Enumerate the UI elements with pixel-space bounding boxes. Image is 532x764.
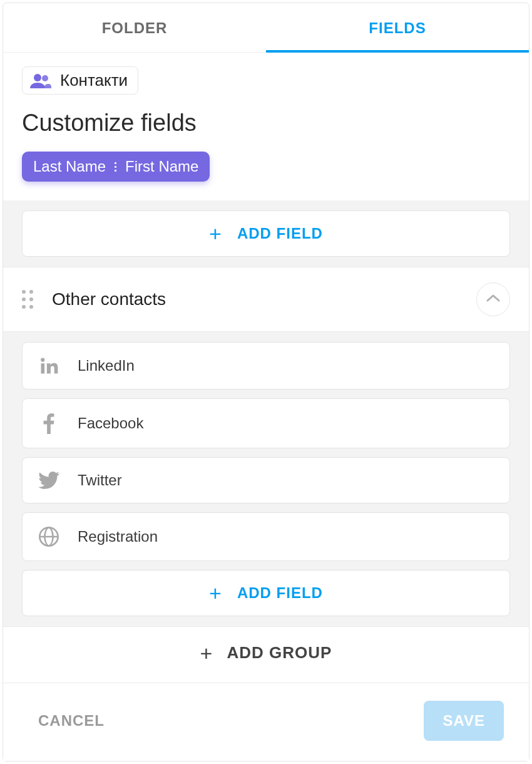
- contacts-chip[interactable]: Контакти: [22, 66, 138, 95]
- add-group-button[interactable]: + ADD GROUP: [3, 626, 529, 679]
- top-fields-section: + ADD FIELD: [3, 200, 529, 267]
- globe-icon: [38, 527, 60, 547]
- drag-handle-icon[interactable]: [22, 290, 36, 309]
- tab-folder[interactable]: FOLDER: [3, 3, 266, 52]
- cancel-button[interactable]: CANCEL: [38, 712, 105, 730]
- facebook-icon: [38, 413, 60, 434]
- field-label: Twitter: [78, 472, 122, 489]
- field-label: Facebook: [78, 415, 143, 432]
- page-title: Customize fields: [22, 110, 510, 137]
- footer: CANCEL SAVE: [3, 683, 529, 761]
- name-order-pill[interactable]: Last Name First Name: [22, 152, 210, 182]
- add-field-label: ADD FIELD: [237, 225, 323, 242]
- group-other-contacts-header: Other contacts: [3, 267, 529, 332]
- group-title: Other contacts: [52, 289, 460, 309]
- field-row-linkedin[interactable]: LinkedIn: [22, 342, 510, 390]
- field-row-twitter[interactable]: Twitter: [22, 457, 510, 503]
- add-field-label: ADD FIELD: [237, 584, 323, 602]
- drag-separator-icon: [113, 162, 118, 172]
- save-button[interactable]: SAVE: [424, 701, 504, 741]
- add-group-label: ADD GROUP: [227, 643, 332, 663]
- pill-left: Last Name: [33, 158, 106, 175]
- add-field-button-top[interactable]: + ADD FIELD: [22, 210, 510, 257]
- chevron-up-icon: [486, 294, 500, 305]
- add-field-button-group[interactable]: + ADD FIELD: [22, 570, 510, 616]
- people-icon: [30, 73, 51, 88]
- svg-point-3: [41, 358, 44, 362]
- contacts-chip-label: Контакти: [60, 71, 128, 90]
- field-row-facebook[interactable]: Facebook: [22, 398, 510, 448]
- field-label: LinkedIn: [78, 357, 135, 374]
- svg-rect-2: [41, 363, 45, 373]
- collapse-group-button[interactable]: [476, 282, 510, 316]
- field-label: Registration: [78, 528, 158, 545]
- header: Контакти Customize fields Last Name Firs…: [3, 53, 529, 200]
- svg-point-1: [42, 75, 48, 81]
- svg-point-0: [34, 74, 41, 81]
- field-row-registration[interactable]: Registration: [22, 512, 510, 561]
- customize-fields-panel: FOLDER FIELDS Контакти Customize fields …: [3, 3, 529, 761]
- tabs: FOLDER FIELDS: [3, 3, 529, 53]
- tab-fields[interactable]: FIELDS: [266, 3, 529, 52]
- twitter-icon: [38, 472, 60, 489]
- group-other-contacts-body: LinkedIn Facebook Twitter: [3, 332, 529, 626]
- pill-right: First Name: [125, 158, 198, 175]
- linkedin-icon: [38, 356, 60, 375]
